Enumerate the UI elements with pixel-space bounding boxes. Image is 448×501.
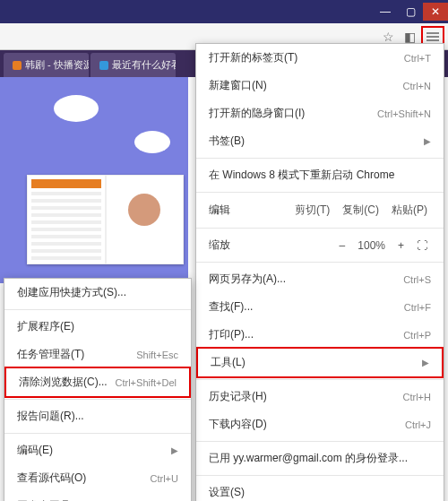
copy-button[interactable]: 复制(C) [339,202,383,219]
submenu-extensions[interactable]: 扩展程序(E) [4,313,191,341]
menu-find[interactable]: 查找(F)...Ctrl+F [196,293,444,321]
hamburger-icon [426,36,439,38]
fullscreen-button[interactable]: ⛶ [413,238,431,253]
menu-new-window[interactable]: 新建窗口(N)Ctrl+N [196,72,444,99]
favicon [99,61,108,70]
submenu-create-shortcut[interactable]: 创建应用快捷方式(S)... [4,279,191,307]
submenu-view-source[interactable]: 查看源代码(O)Ctrl+U [4,464,191,492]
submenu-dev-tools[interactable]: 开发者工具(D)Ctrl+Shift+I [4,492,191,501]
chrome-main-menu: 打开新的标签页(T)Ctrl+T 新建窗口(N)Ctrl+N 打开新的隐身窗口(… [195,43,444,501]
submenu-report-issue[interactable]: 报告问题(R)... [4,402,191,430]
tools-submenu: 创建应用快捷方式(S)... 扩展程序(E) 任务管理器(T)Shift+Esc… [4,278,192,501]
close-button[interactable]: ✕ [423,3,448,21]
zoom-value: 100% [354,238,389,253]
menu-new-incognito[interactable]: 打开新的隐身窗口(I)Ctrl+Shift+N [196,99,444,127]
chevron-right-icon: ▶ [422,358,429,367]
zoom-out-button[interactable]: – [336,238,349,253]
menu-downloads[interactable]: 下载内容(D)Ctrl+J [196,410,444,438]
menu-history[interactable]: 历史记录(H)Ctrl+H [196,383,444,410]
menu-tools[interactable]: 工具(L)▶ [196,347,444,378]
menu-signed-in[interactable]: 已用 yy.warmer@gmail.com 的身份登录... [196,445,444,472]
tab-label: 韩剧 - 快播资源... [25,58,89,72]
tab-label: 最近有什么好看的... [112,58,176,72]
menu-print[interactable]: 打印(P)...Ctrl+P [196,321,444,349]
zoom-in-button[interactable]: + [394,238,408,253]
paste-button[interactable]: 粘贴(P) [388,202,431,219]
chevron-right-icon: ▶ [424,136,431,146]
maximize-button[interactable]: ▢ [398,3,423,21]
cut-button[interactable]: 剪切(T) [291,202,333,219]
window-titlebar: — ▢ ✕ [0,0,448,23]
page-thumbnail [27,175,184,264]
browser-tab[interactable]: 最近有什么好看的... [90,53,176,77]
browser-tab[interactable]: 韩剧 - 快播资源... [4,53,89,77]
submenu-clear-browsing-data[interactable]: 清除浏览数据(C)...Ctrl+Shift+Del [4,367,191,398]
menu-zoom: 缩放–100%+⛶ [196,231,444,259]
submenu-encoding[interactable]: 编码(E)▶ [4,436,191,464]
menu-save-as[interactable]: 网页另存为(A)...Ctrl+S [196,265,444,293]
submenu-task-manager[interactable]: 任务管理器(T)Shift+Esc [4,341,191,368]
chevron-right-icon: ▶ [171,445,178,455]
menu-edit: 编辑剪切(T)复制(C)粘贴(P) [196,195,444,225]
menu-bookmarks[interactable]: 书签(B)▶ [196,127,444,155]
menu-settings[interactable]: 设置(S) [196,479,444,501]
minimize-button[interactable]: — [373,3,398,21]
favicon [13,61,22,70]
menu-relaunch-win8[interactable]: 在 Windows 8 模式下重新启动 Chrome [196,161,444,189]
menu-new-tab[interactable]: 打开新的标签页(T)Ctrl+T [196,44,444,72]
